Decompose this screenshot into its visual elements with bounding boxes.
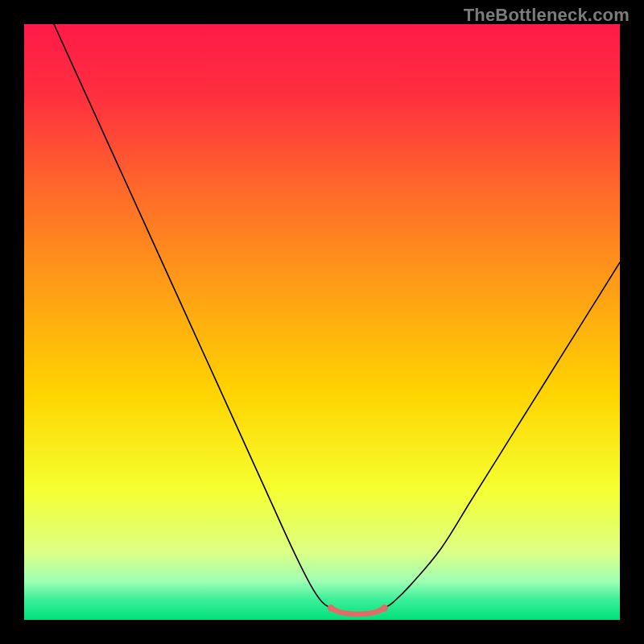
curve-layer	[24, 24, 620, 620]
chart-frame: TheBottleneck.com	[0, 0, 644, 644]
sweet-spot-marker	[328, 605, 334, 611]
plot-area	[24, 24, 620, 620]
bottleneck-curve-left	[54, 24, 331, 608]
bottleneck-curve-right	[385, 262, 620, 608]
sweet-spot-band	[331, 608, 385, 614]
sweet-spot-marker	[382, 605, 388, 611]
watermark-text: TheBottleneck.com	[464, 5, 630, 26]
